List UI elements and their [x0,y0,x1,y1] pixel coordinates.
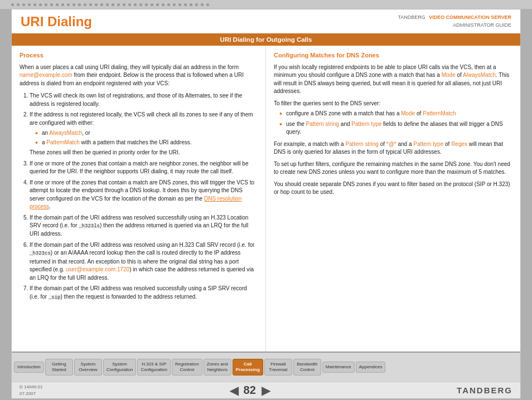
brand-block: TANDBERG VIDEO COMMUNICATION SERVER ADMI… [398,14,511,29]
brand-subtitle: ADMINISTRATOR GUIDE [453,22,511,28]
page-header: URI Dialing TANDBERG VIDEO COMMUNICATION… [12,9,520,33]
right-para-4: You should create separate DNS zones if … [274,181,512,197]
tab-registration-control[interactable]: RegistrationControl [172,359,202,376]
tab-system-configuration[interactable]: SystemConfiguration [103,359,137,376]
list-item: If the domain part of the URI address wa… [30,214,258,238]
list-item: If the address is not registered locally… [30,111,258,157]
brand-logo: TANDBERG [457,386,512,395]
bottom-nav: Introduction GettingStarted SystemOvervi… [12,352,520,382]
list-item: The VCS will check its own list of regis… [30,92,258,108]
right-para-3: To set up further filters, configure the… [274,160,512,177]
right-para-1: If you wish locally registered endpoints… [274,64,512,96]
tab-maintenance[interactable]: Maintenance [322,362,355,373]
tab-call-processing[interactable]: CallProcessing [233,359,263,376]
tab-getting-started[interactable]: GettingStarted [45,359,73,376]
page-navigation: ◀ 82 ▶ [230,384,270,397]
bullet-item: • a PatternMatch with a pattern that mat… [35,139,258,147]
left-column: Process When a user places a call using … [12,46,266,352]
right-para-example: For example, a match with a Pattern stri… [274,140,512,157]
bullet-item: • use the Pattern string and Pattern typ… [279,120,512,136]
section-bar: URI Dialing for Outgoing Calls [12,33,520,46]
brand-highlight: VIDEO COMMUNICATION SERVER [429,14,511,20]
prev-arrow[interactable]: ◀ [230,384,238,397]
bottom-bar: D 14049.01 07.2007 ◀ 82 ▶ TANDBERG [12,382,520,398]
left-intro: When a user places a call using URI dial… [20,64,258,88]
list-item: If the domain part of the URI address wa… [30,241,258,282]
doc-info: D 14049.01 07.2007 [20,384,42,396]
list-item: If one or more of the zones that contain… [30,179,258,211]
next-arrow[interactable]: ▶ [262,384,270,397]
bullet-item: • an AlwaysMatch, or [35,129,258,138]
tab-introduction[interactable]: Introduction [14,362,44,373]
page-title: URI Dialing [21,14,92,30]
right-para-2: To filter the queries sent to the DNS se… [274,100,512,108]
left-heading: Process [20,51,258,60]
tab-firewall-traversal[interactable]: FirewallTraversal [264,359,292,376]
doc-id: D 14049.01 [20,384,42,390]
right-column: Configuring Matches for DNS Zones If you… [266,46,520,352]
tab-bandwidth-control[interactable]: BandwidthControl [293,359,321,376]
list-item: If one or more of the zones that contain… [30,160,258,176]
page-number: 82 [244,384,256,397]
bullet-item: • configure a DNS zone with a match that… [279,110,512,118]
list-item: If the domain part of the URI address wa… [30,285,258,301]
tab-appendices[interactable]: Appendices [356,362,386,373]
tab-zones-neighbors[interactable]: Zones andNeighbors [204,359,231,376]
right-heading: Configuring Matches for DNS Zones [274,51,512,60]
main-content: Process When a user places a call using … [12,46,520,352]
doc-date: 07.2007 [20,391,42,397]
tab-h323-sip[interactable]: H.323 & SIPConfiguration [137,359,171,376]
tab-system-overview[interactable]: SystemOverview [74,359,102,376]
brand-prefix: TANDBERG [398,14,425,20]
